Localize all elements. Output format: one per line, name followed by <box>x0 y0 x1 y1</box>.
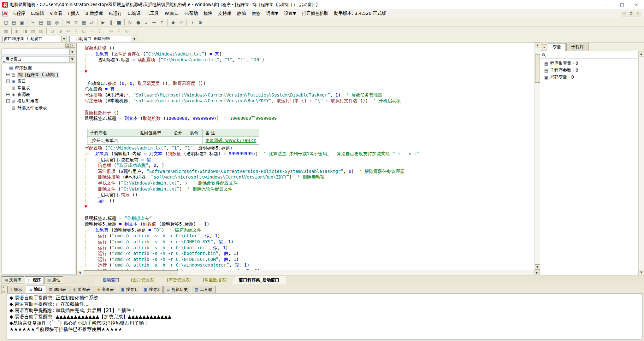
class-combo[interactable]: 窗口程序集_启动窗口 ▼ <box>2 36 67 42</box>
variables-list-item[interactable]: ▤子程序参数 - 0 <box>541 67 638 74</box>
tree-item[interactable]: +▤窗口程序集_启动窗口 <box>2 71 75 78</box>
menu-item[interactable]: B.数据库 <box>82 10 106 17</box>
mdi-minimize-button[interactable]: — <box>621 11 627 16</box>
settings-gear-icon[interactable]: ⚙ <box>197 19 204 26</box>
panel-filter-dropdown-icon[interactable]: ▼ <box>69 49 75 55</box>
horizontal-scroll-thumb[interactable] <box>84 270 178 275</box>
cut-icon[interactable]: ✂ <box>29 19 37 26</box>
space-horizontal-icon[interactable]: ⋯ <box>88 27 96 34</box>
menu-item[interactable]: V.查看 <box>47 10 65 17</box>
menu-item[interactable]: I.插入 <box>65 10 83 17</box>
output-tab-提示[interactable]: ?提示 <box>7 286 25 293</box>
panel-tab-子程序[interactable]: 子程序 <box>566 43 589 51</box>
menu-item[interactable]: 静编 <box>234 10 249 17</box>
scroll-up-icon[interactable]: ▲ <box>535 43 540 48</box>
menu-item[interactable]: 支持库 <box>215 10 234 17</box>
tree-item[interactable]: ▦程序数据 <box>2 65 75 71</box>
tree-expander-icon[interactable]: + <box>6 99 10 103</box>
maximize-button[interactable]: □ <box>615 0 629 9</box>
output-tab-搜寻2[interactable]: ▣搜寻2 <box>141 286 163 293</box>
panel-close-button[interactable]: × <box>70 44 75 48</box>
align-top-icon[interactable]: ▤ <box>29 27 37 34</box>
subroutine-name-cell[interactable]: _按钮1_被单击 <box>87 137 137 144</box>
tree-expander-icon[interactable]: + <box>6 93 10 96</box>
tree-item[interactable]: +◈资源表 <box>2 91 75 98</box>
output-log[interactable]: ◆.易语言助手提醒您: 正在初始化插件系统...◆.易语言助手提醒您: 正在加载… <box>7 293 642 339</box>
center-vertical-icon[interactable]: ⊞ <box>56 27 64 34</box>
panel-drag-grip[interactable] <box>2 45 64 46</box>
scroll-left-icon[interactable]: ◀ <box>77 270 82 275</box>
tree-item[interactable]: ▥常量表... <box>2 85 75 91</box>
form-designer-icon[interactable]: ⊞ <box>64 19 72 26</box>
window-combo[interactable]: _启动窗口 ▼ <box>2 56 75 62</box>
output-tab-搜寻1[interactable]: ▣搜寻1 <box>118 286 140 293</box>
doc-tab[interactable]: [常量数据表] <box>196 276 234 284</box>
output-tab-调用表[interactable]: ⊞调用表 <box>46 286 69 293</box>
menu-item[interactable]: F.程序 <box>10 10 28 17</box>
menu-item[interactable]: 便签 <box>249 10 263 17</box>
fit-height-icon[interactable]: ↕ <box>115 27 123 34</box>
mdi-close-button[interactable]: × <box>635 11 641 16</box>
doc-tab[interactable]: 窗口程序集_启动窗口 <box>232 276 286 284</box>
panel-scroll-up-icon[interactable]: ▲ <box>639 51 644 56</box>
menu-item[interactable]: W.窗口 <box>162 10 182 17</box>
output-close-button[interactable]: × <box>1 285 6 289</box>
output-tab-工具箱[interactable]: ▥工具箱 <box>192 286 216 293</box>
menu-item[interactable]: C.编译 <box>125 10 144 17</box>
menu-item[interactable]: 助手版本: 3.4.520 正式版 <box>331 10 389 17</box>
align-right-icon[interactable]: ◨ <box>21 27 29 34</box>
menu-item[interactable]: 模块 <box>201 10 215 17</box>
menu-item[interactable]: 打开颜色拾取 <box>299 10 331 17</box>
tab-程序[interactable]: ▢程序 <box>25 276 44 284</box>
help-icon[interactable]: ? <box>189 19 196 26</box>
event-combo-dropdown-icon[interactable]: ▼ <box>132 36 137 42</box>
tab-order-icon[interactable]: ⇄ <box>88 19 96 26</box>
class-combo-dropdown-icon[interactable]: ▼ <box>61 36 67 42</box>
more-source-link[interactable]: 更多源码: www.k7788.cn <box>205 138 256 143</box>
step-out-icon[interactable]: ↑ <box>158 19 166 26</box>
menu-item[interactable]: H.帮助 <box>181 10 201 17</box>
mdi-restore-button[interactable]: ⊡ <box>628 11 634 16</box>
vertical-scroll-thumb[interactable] <box>535 54 540 83</box>
panel-float-button[interactable]: □ <box>65 44 70 48</box>
tree-item[interactable]: ▨外部文件记录表 <box>2 104 75 111</box>
same-width-icon[interactable]: ↔ <box>64 27 72 34</box>
step-into-icon[interactable]: ↓ <box>142 19 150 26</box>
output-tab-剪辑历史[interactable]: ≡剪辑历史 <box>163 286 191 293</box>
breakpoint-icon[interactable]: ● <box>134 19 142 26</box>
space-vertical-icon[interactable]: ⋮ <box>96 27 103 34</box>
scroll-down-icon[interactable]: ▼ <box>535 264 540 270</box>
stop-icon[interactable]: ■ <box>115 19 123 26</box>
paste-icon[interactable]: ▥ <box>45 19 53 26</box>
tab-属性[interactable]: ▧属性 <box>44 276 63 284</box>
same-size-icon[interactable]: ⊡ <box>80 27 88 34</box>
window-combo-dropdown-icon[interactable]: ▼ <box>69 56 75 62</box>
event-combo[interactable]: __启动窗口_创建完毕 ▼ <box>69 36 137 42</box>
step-over-icon[interactable]: → <box>150 19 158 26</box>
new-file-icon[interactable]: ▢ <box>2 19 10 26</box>
menu-item[interactable]: E.编辑 <box>28 10 47 17</box>
form-grid-icon[interactable]: ▦ <box>2 27 10 34</box>
tab-支持库[interactable]: ▤支持库 <box>2 276 24 284</box>
menu-item[interactable]: T.工具 <box>144 10 162 17</box>
panel-vertical-scrollbar[interactable]: ▲ ▼ <box>638 51 644 275</box>
tree-item[interactable]: +▧模块引用表 <box>2 98 75 104</box>
align-bottom-icon[interactable]: ▥ <box>37 27 45 34</box>
code-view-icon[interactable]: ≣ <box>72 19 80 26</box>
output-tab-变量表[interactable]: ◈变量表 <box>94 286 117 293</box>
build-exe-icon[interactable]: ◇ <box>177 19 185 26</box>
grid-icon[interactable]: ▦ <box>80 19 88 26</box>
center-horizontal-icon[interactable]: ⊟ <box>49 27 56 34</box>
tree-expander-icon[interactable]: + <box>6 73 10 76</box>
find-icon[interactable]: ◎ <box>53 19 61 26</box>
output-tab-监视表[interactable]: ◎监视表 <box>70 286 93 293</box>
variables-search-box[interactable] <box>540 51 638 59</box>
panel-collapse-button[interactable]: » <box>541 44 547 50</box>
subroutine-remark-cell[interactable]: 更多源码: www.k7788.cn <box>203 137 259 144</box>
variables-list-item[interactable]: ▣局部变量 - 0 <box>541 74 638 81</box>
compile-icon[interactable]: ◆ <box>169 19 177 26</box>
close-button[interactable]: × <box>629 0 644 9</box>
menu-item[interactable]: 设置▼ <box>281 10 299 17</box>
subroutine-table-row[interactable]: _按钮1_被单击更多源码: www.k7788.cn <box>87 137 259 144</box>
debug-run-icon[interactable]: ▷ <box>127 19 134 26</box>
